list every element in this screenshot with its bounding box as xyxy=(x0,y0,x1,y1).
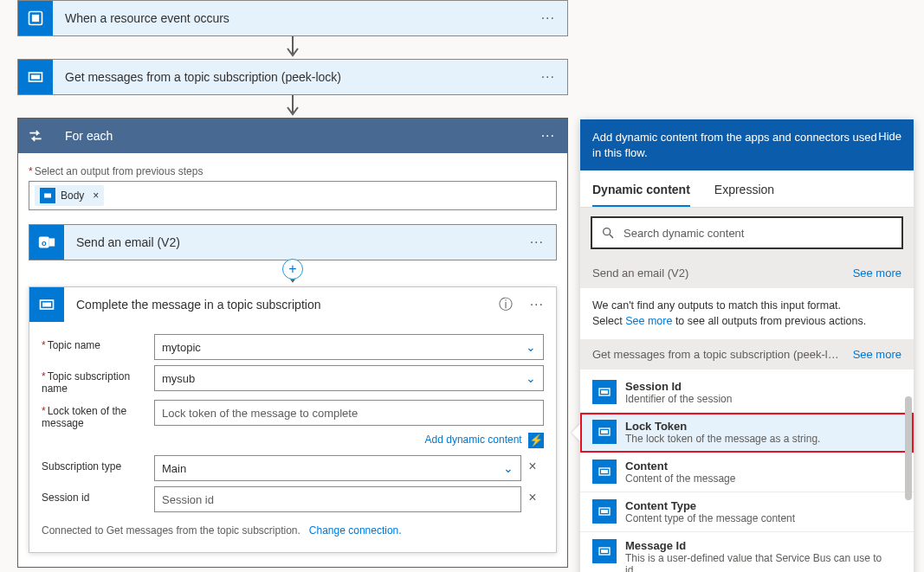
dc-item-content-type[interactable]: Content TypeContent type of the message … xyxy=(580,492,914,532)
dc-item-title: Content Type xyxy=(625,499,795,512)
svg-rect-24 xyxy=(601,550,608,553)
servicebus-icon xyxy=(592,460,617,484)
sub-type-label: Subscription type xyxy=(42,455,154,472)
dc-item-desc: Content of the message xyxy=(625,472,735,485)
servicebus-icon xyxy=(18,60,53,94)
svg-rect-22 xyxy=(601,510,608,513)
add-step-button[interactable]: + xyxy=(282,259,303,280)
svg-rect-18 xyxy=(601,430,608,434)
step-menu[interactable]: ··· xyxy=(518,235,556,250)
step-complete-message[interactable]: Complete the message in a topic subscrip… xyxy=(29,286,557,553)
dc-item-title: Lock Token xyxy=(625,420,820,433)
connection-info: Connected to Get messages from the topic… xyxy=(42,524,544,537)
panel-pointer xyxy=(572,424,580,441)
dynamic-content-panel: Add dynamic content from the apps and co… xyxy=(580,119,914,572)
dc-item-title: Content xyxy=(625,460,735,472)
lock-token-input[interactable]: Lock token of the message to complete xyxy=(154,400,544,426)
dc-item-desc: Identifier of the session xyxy=(625,393,732,405)
see-more-link[interactable]: See more xyxy=(853,267,901,280)
dc-item-desc: Content type of the message content xyxy=(625,512,795,524)
step-title: For each xyxy=(53,129,529,143)
svg-text:o: o xyxy=(42,239,47,247)
group-get-messages: Get messages from a topic subscription (… xyxy=(580,339,914,370)
topic-sub-name-label: *Topic subscription name xyxy=(42,365,154,395)
see-more-link[interactable]: See more xyxy=(853,348,901,361)
step-title: Send an email (V2) xyxy=(64,235,518,249)
dynamic-content-badge-icon[interactable]: ⚡ xyxy=(528,433,544,448)
search-icon xyxy=(601,226,615,240)
sub-type-select[interactable]: Main ⌄ xyxy=(154,455,521,481)
svg-rect-9 xyxy=(49,238,55,246)
svg-rect-20 xyxy=(601,470,608,473)
body-token[interactable]: Body × xyxy=(35,185,104,206)
foreach-icon xyxy=(18,119,53,153)
tab-dynamic-content[interactable]: Dynamic content xyxy=(592,170,690,207)
step-menu[interactable]: ··· xyxy=(529,69,567,85)
dc-item-title: Message Id xyxy=(625,539,901,552)
change-connection-link[interactable]: Change connection. xyxy=(309,524,402,537)
output-token-input[interactable]: Body × xyxy=(29,181,557,210)
step-trigger[interactable]: When a resource event occurs ··· xyxy=(17,0,568,36)
chevron-down-icon: ⌄ xyxy=(503,461,514,475)
clear-sub-type[interactable]: × xyxy=(521,455,544,474)
dc-item-title: Session Id xyxy=(625,380,732,393)
svg-rect-12 xyxy=(42,303,51,307)
step-menu[interactable]: ··· xyxy=(518,297,556,312)
dc-item-session-id[interactable]: Session IdIdentifier of the session xyxy=(580,373,914,413)
svg-point-13 xyxy=(604,228,611,235)
tab-expression[interactable]: Expression xyxy=(714,170,774,207)
lock-token-label: *Lock token of the message xyxy=(42,400,154,429)
session-id-label: Session id xyxy=(42,486,154,504)
no-outputs-message: We can't find any outputs to match this … xyxy=(580,288,914,339)
step-send-email[interactable]: o Send an email (V2) ··· xyxy=(29,224,557,260)
dc-item-content[interactable]: ContentContent of the message xyxy=(580,453,914,492)
group-send-email: Send an email (V2) See more xyxy=(580,258,914,288)
step-menu[interactable]: ··· xyxy=(529,128,567,144)
servicebus-icon xyxy=(592,380,617,404)
svg-rect-4 xyxy=(31,75,40,80)
outlook-icon: o xyxy=(29,225,64,260)
step-foreach[interactable]: For each ··· *Select an output from prev… xyxy=(17,118,568,568)
step-title: Complete the message in a topic subscrip… xyxy=(64,298,499,312)
servicebus-icon xyxy=(40,188,55,203)
scrollbar-thumb[interactable] xyxy=(905,396,912,500)
step-title: When a resource event occurs xyxy=(53,11,529,25)
servicebus-icon xyxy=(592,539,617,563)
chevron-down-icon: ⌄ xyxy=(526,340,536,354)
svg-rect-1 xyxy=(32,15,39,22)
step-menu[interactable]: ··· xyxy=(529,10,567,26)
topic-name-select[interactable]: mytopic ⌄ xyxy=(154,334,544,360)
session-id-input[interactable]: Session id xyxy=(154,486,521,512)
clear-session-id[interactable]: × xyxy=(521,486,544,505)
step-title: Get messages from a topic subscription (… xyxy=(53,70,529,84)
hide-panel-link[interactable]: Hide xyxy=(878,130,901,143)
select-output-label: *Select an output from previous steps xyxy=(29,162,557,181)
servicebus-icon xyxy=(592,420,617,444)
svg-rect-6 xyxy=(44,194,51,198)
servicebus-icon xyxy=(29,287,64,322)
dc-item-message-id[interactable]: Message IdThis is a user-defined value t… xyxy=(580,532,914,572)
arrow-down-icon xyxy=(284,95,301,118)
dc-item-lock-token[interactable]: Lock TokenThe lock token of the message … xyxy=(580,413,914,453)
arrow-down-icon xyxy=(284,36,301,59)
add-dynamic-content-link[interactable]: Add dynamic content xyxy=(425,434,522,446)
chevron-down-icon: ⌄ xyxy=(526,371,536,385)
info-icon[interactable]: ⓘ xyxy=(499,296,513,314)
dc-item-desc: The lock token of the message as a strin… xyxy=(625,433,820,445)
search-input[interactable]: Search dynamic content xyxy=(591,216,903,249)
topic-sub-name-select[interactable]: mysub ⌄ xyxy=(154,365,544,391)
svg-rect-16 xyxy=(601,390,608,394)
topic-name-label: *Topic name xyxy=(42,334,154,351)
svg-line-14 xyxy=(610,235,613,238)
dc-item-desc: This is a user-defined value that Servic… xyxy=(625,552,901,572)
remove-token-icon[interactable]: × xyxy=(93,190,99,202)
panel-header-text: Add dynamic content from the apps and co… xyxy=(592,130,878,160)
see-more-inline-link[interactable]: See more xyxy=(625,315,672,327)
servicebus-icon xyxy=(592,499,617,524)
eventgrid-icon xyxy=(18,1,53,35)
step-get-messages[interactable]: Get messages from a topic subscription (… xyxy=(17,59,568,95)
